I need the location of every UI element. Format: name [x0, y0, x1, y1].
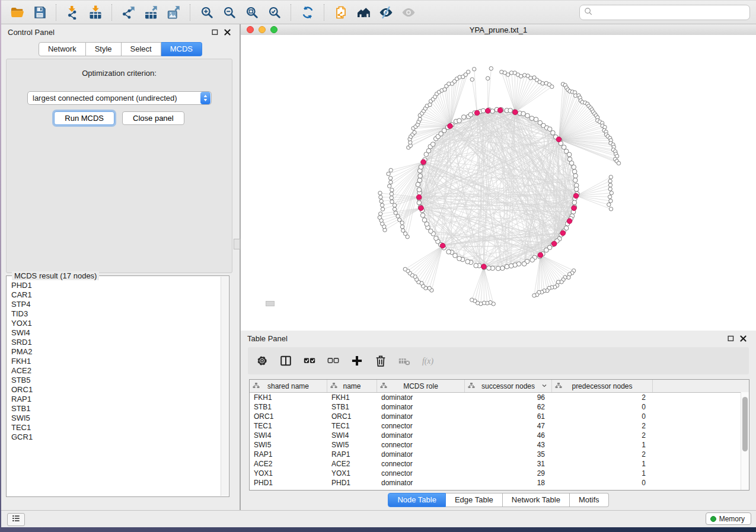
network-node[interactable]	[394, 211, 397, 214]
network-node[interactable]	[390, 188, 394, 192]
network-node[interactable]	[573, 178, 578, 182]
network-node[interactable]	[486, 76, 490, 80]
table-row[interactable]: PHD1PHD1dominator180	[250, 478, 749, 488]
network-node[interactable]	[390, 192, 393, 196]
mcds-result-item[interactable]: CAR1	[11, 290, 221, 300]
network-node[interactable]	[389, 168, 393, 172]
save-session-icon[interactable]	[32, 5, 47, 20]
network-node[interactable]	[390, 200, 394, 203]
network-node[interactable]	[489, 66, 493, 70]
network-node[interactable]	[496, 266, 500, 271]
deselect-all-icon[interactable]	[326, 354, 340, 368]
network-node[interactable]	[417, 178, 422, 183]
network-node[interactable]	[398, 218, 401, 222]
tab-motifs[interactable]: Motifs	[570, 493, 609, 507]
network-node[interactable]	[481, 108, 486, 113]
mcds-result-item[interactable]: FKH1	[11, 357, 221, 366]
table-row[interactable]: ORC1ORC1dominator610	[250, 412, 749, 421]
network-node[interactable]	[534, 117, 538, 122]
column-header-name[interactable]: name	[327, 380, 377, 392]
network-node[interactable]	[418, 117, 422, 121]
float-panel-icon[interactable]	[210, 28, 219, 37]
network-window-titlebar[interactable]: YPA_prune.txt_1	[241, 24, 756, 36]
network-node[interactable]	[467, 70, 470, 73]
close-table-panel-icon[interactable]	[739, 334, 748, 343]
network-node[interactable]	[530, 258, 535, 262]
close-panel-icon[interactable]	[223, 28, 232, 37]
tab-node-table[interactable]: Node Table	[388, 493, 446, 507]
network-node[interactable]	[544, 248, 549, 252]
network-node[interactable]	[470, 78, 474, 81]
network-node[interactable]	[393, 207, 396, 211]
export-network-icon[interactable]	[121, 5, 136, 20]
network-node[interactable]	[609, 207, 613, 211]
optimization-criterion-select[interactable]: largest connected component (undirected)	[27, 91, 212, 105]
network-node[interactable]	[572, 200, 577, 205]
mcds-result-item[interactable]: SWI4	[11, 328, 221, 338]
mcds-result-item[interactable]: SWI5	[11, 414, 221, 423]
network-node[interactable]	[417, 188, 422, 193]
tab-network[interactable]: Network	[39, 42, 86, 56]
mcds-node[interactable]	[556, 137, 562, 142]
network-node[interactable]	[434, 236, 439, 241]
mcds-result-item[interactable]: RAP1	[11, 395, 221, 404]
network-node[interactable]	[465, 259, 470, 264]
refresh-layout-icon[interactable]	[300, 5, 315, 20]
close-panel-button[interactable]: Close panel	[122, 111, 184, 125]
network-node[interactable]	[461, 115, 466, 120]
mcds-node[interactable]	[448, 124, 453, 129]
mcds-node[interactable]	[474, 110, 480, 116]
table-row[interactable]: SWI5SWI5connector431	[250, 440, 749, 450]
network-node[interactable]	[607, 203, 611, 206]
mcds-node[interactable]	[551, 241, 557, 246]
network-node[interactable]	[396, 214, 400, 218]
column-header-MCDS-role[interactable]: MCDS role	[377, 380, 465, 392]
mcds-node[interactable]	[567, 219, 572, 224]
task-history-button[interactable]	[7, 513, 25, 526]
network-node[interactable]	[509, 264, 513, 268]
network-node[interactable]	[551, 130, 556, 135]
network-node[interactable]	[457, 118, 462, 123]
search-box[interactable]	[579, 5, 750, 20]
network-node[interactable]	[389, 180, 393, 184]
mcds-result-item[interactable]: SRD1	[11, 338, 221, 347]
network-node[interactable]	[541, 82, 544, 85]
network-node[interactable]	[413, 130, 416, 134]
tab-select[interactable]: Select	[122, 42, 161, 56]
tab-network-table[interactable]: Network Table	[503, 493, 570, 507]
network-node[interactable]	[378, 191, 382, 195]
mcds-result-item[interactable]: TEC1	[11, 423, 221, 432]
network-node[interactable]	[529, 76, 532, 80]
zoom-selected-icon[interactable]	[267, 5, 282, 20]
table-row[interactable]: SWI4SWI4dominator462	[250, 431, 749, 440]
network-node[interactable]	[470, 298, 474, 302]
network-node[interactable]	[573, 174, 578, 178]
mcds-result-item[interactable]: STB5	[11, 376, 221, 385]
tab-edge-table[interactable]: Edge Table	[446, 493, 503, 507]
table-row[interactable]: YOX1YOX1connector291	[250, 469, 749, 478]
mcds-node[interactable]	[440, 243, 445, 248]
network-node[interactable]	[401, 229, 405, 232]
network-node[interactable]	[608, 183, 612, 187]
mcds-node[interactable]	[419, 206, 424, 211]
network-node[interactable]	[419, 165, 423, 169]
open-file-icon[interactable]	[9, 5, 25, 20]
network-node[interactable]	[425, 222, 429, 226]
table-row[interactable]: RAP1RAP1dominator352	[250, 450, 749, 459]
new-network-from-selection-icon[interactable]	[333, 5, 349, 20]
export-table-icon[interactable]	[143, 5, 159, 20]
add-column-icon[interactable]	[350, 354, 364, 368]
network-node[interactable]	[532, 294, 536, 297]
vertical-splitter-handle[interactable]	[234, 239, 240, 249]
network-node[interactable]	[430, 142, 435, 147]
search-input[interactable]	[594, 8, 749, 18]
network-node[interactable]	[562, 145, 566, 150]
network-node[interactable]	[572, 165, 576, 169]
network-node[interactable]	[610, 191, 613, 195]
network-node[interactable]	[457, 257, 462, 261]
mcds-result-item[interactable]: PMA2	[11, 347, 221, 357]
network-node[interactable]	[403, 267, 407, 271]
network-node[interactable]	[487, 266, 492, 271]
network-node[interactable]	[572, 169, 577, 174]
network-node[interactable]	[567, 275, 570, 279]
